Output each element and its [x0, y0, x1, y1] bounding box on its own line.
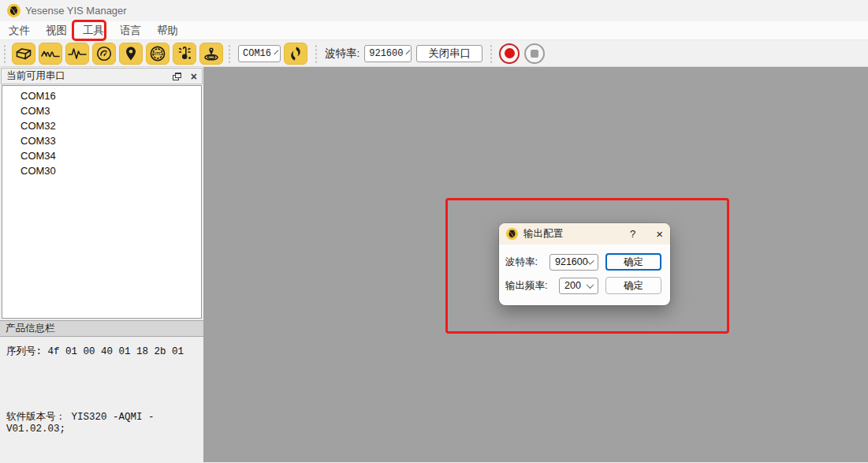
app-logo-icon: [506, 228, 518, 240]
record-button[interactable]: [499, 43, 520, 64]
com-port-select[interactable]: COM16: [238, 45, 281, 62]
attitude-icon[interactable]: [199, 43, 223, 65]
port-list-item[interactable]: COM34: [2, 148, 201, 163]
toolbar-grip-handle[interactable]: [314, 43, 319, 64]
dialog-baud-value: 921600: [555, 256, 588, 267]
dialog-freq-label: 输出频率:: [505, 279, 547, 293]
float-panel-icon[interactable]: [173, 73, 181, 80]
stop-button[interactable]: [524, 43, 545, 64]
serial-number-value: 4f 01 00 40 01 18 2b 01: [48, 346, 184, 357]
firmware-version-line: 软件版本号： YIS320 -AQMI -V01.02.03;: [6, 410, 197, 435]
output-config-dialog: 输出配置 ? × 波特率: 921600 确定 输出频率: 200 确定: [499, 223, 670, 305]
menu-item-language[interactable]: 语言: [113, 22, 148, 39]
chevron-down-icon: [274, 50, 279, 54]
port-list-item[interactable]: COM16: [2, 88, 201, 103]
close-serial-button[interactable]: 关闭串口: [416, 45, 482, 62]
toolbar: UTC COM16: [0, 40, 868, 67]
ports-panel-title: 当前可用串口: [6, 69, 65, 83]
app-window: Yesense YIS Manager 文件 视图 工具 语言 帮助: [0, 0, 868, 463]
dialog-baud-select[interactable]: 921600: [549, 254, 598, 271]
refresh-ports-button[interactable]: [284, 43, 307, 65]
dialog-title-bar: 输出配置 ? ×: [499, 223, 670, 245]
output-freq-row: 输出频率: 200 确定: [505, 277, 661, 294]
port-list-item[interactable]: COM32: [2, 118, 201, 133]
com-port-value: COM16: [243, 48, 271, 59]
port-list-item[interactable]: COM33: [2, 133, 201, 148]
port-list-item[interactable]: COM3: [2, 103, 201, 118]
serial-number-label: 序列号:: [6, 346, 42, 357]
dialog-freq-select[interactable]: 200: [559, 278, 598, 294]
content-area: 当前可用串口 × COM16 COM3 COM32 COM33 COM34 CO…: [0, 67, 868, 462]
menu-item-file[interactable]: 文件: [2, 22, 37, 39]
serial-number-line: 序列号: 4f 01 00 40 01 18 2b 01: [6, 345, 197, 358]
refresh-icon: [287, 45, 304, 62]
baud-rate-select[interactable]: 921600: [364, 45, 412, 62]
toolbar-grip-handle[interactable]: [227, 43, 233, 64]
dialog-baud-label: 波特率:: [505, 256, 538, 269]
port-list: COM16 COM3 COM32 COM33 COM34 COM30: [2, 85, 202, 319]
menu-bar: 文件 视图 工具 语言 帮助: [0, 21, 868, 40]
product-info-title: 产品信息栏: [6, 322, 55, 335]
product-info-body: 序列号: 4f 01 00 40 01 18 2b 01 软件版本号： YIS3…: [0, 337, 203, 462]
close-panel-icon[interactable]: ×: [191, 71, 197, 82]
thermometer-icon[interactable]: [173, 43, 196, 65]
baud-rate-label: 波特率:: [325, 47, 359, 61]
firmware-version-label: 软件版本号：: [6, 412, 65, 423]
baud-ok-button[interactable]: 确定: [605, 253, 661, 271]
dialog-body: 波特率: 921600 确定 输出频率: 200 确定: [499, 245, 670, 294]
port-list-item[interactable]: COM30: [2, 163, 201, 178]
dialog-freq-value: 200: [564, 280, 581, 291]
freq-ok-button[interactable]: 确定: [605, 277, 661, 294]
menu-item-view[interactable]: 视图: [39, 22, 74, 39]
menu-item-tools-label: 工具: [83, 24, 104, 36]
ports-panel-header: 当前可用串口 ×: [1, 68, 203, 84]
utc-clock-icon[interactable]: UTC: [146, 43, 170, 65]
window-title: Yesense YIS Manager: [25, 5, 127, 17]
baud-rate-row: 波特率: 921600 确定: [505, 253, 661, 271]
svg-text:UTC: UTC: [154, 51, 162, 56]
toolbar-grip-handle[interactable]: [2, 43, 8, 64]
chevron-down-icon: [406, 50, 411, 54]
title-bar: Yesense YIS Manager: [0, 0, 868, 21]
product-info-header: 产品信息栏: [0, 320, 203, 337]
wave-signal-icon[interactable]: [39, 43, 62, 65]
stop-icon: [531, 50, 538, 58]
dialog-close-icon[interactable]: ×: [656, 228, 663, 240]
record-icon: [505, 48, 515, 58]
gauge-icon[interactable]: [92, 43, 116, 65]
left-dock-panel: 当前可用串口 × COM16 COM3 COM32 COM33 COM34 CO…: [0, 67, 203, 462]
dialog-title: 输出配置: [523, 227, 630, 241]
app-logo-icon: [7, 4, 20, 17]
dialog-help-button[interactable]: ?: [630, 228, 635, 240]
menu-item-tools[interactable]: 工具: [76, 22, 111, 39]
toolbar-grip-handle[interactable]: [489, 43, 494, 64]
baud-rate-value: 921600: [369, 48, 403, 59]
menu-item-help[interactable]: 帮助: [150, 22, 185, 39]
chevron-down-icon: [587, 281, 594, 289]
location-pin-icon[interactable]: [119, 43, 143, 65]
wave-pulse-icon[interactable]: [65, 43, 89, 65]
cube-3d-icon[interactable]: [12, 43, 35, 65]
